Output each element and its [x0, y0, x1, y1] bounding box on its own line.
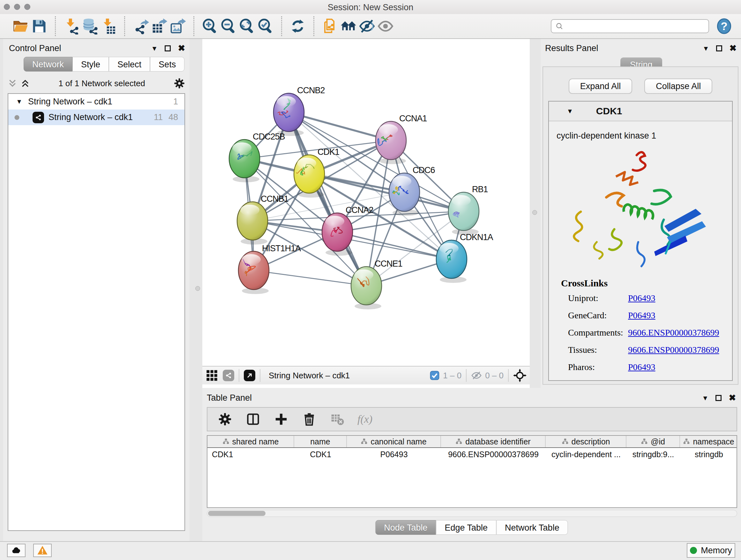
toolbar-separator [55, 16, 56, 36]
zoom-selected-button[interactable] [256, 16, 275, 37]
tab-network[interactable]: Network [23, 57, 72, 71]
crosslink-value-link[interactable]: P06493 [628, 362, 656, 375]
zoom-fit-button[interactable] [238, 16, 256, 37]
export-table-button[interactable] [150, 16, 169, 37]
search-input[interactable] [566, 21, 704, 31]
open-in-new-window-button[interactable] [244, 370, 255, 381]
tab-edge-table[interactable]: Edge Table [436, 520, 496, 535]
crosslink-value-link[interactable]: 9606.ENSP00000378699 [628, 327, 719, 340]
help-button[interactable]: ? [715, 16, 733, 37]
column-header-name[interactable]: name [294, 436, 347, 447]
add-column-button[interactable] [273, 410, 289, 428]
network-icon-gray[interactable] [223, 370, 234, 381]
select-columns-button[interactable] [245, 410, 261, 428]
crosslink-value-link[interactable]: 9606.ENSP00000378699 [628, 345, 719, 358]
import-table-button[interactable] [99, 16, 118, 37]
tab-select[interactable]: Select [109, 57, 150, 71]
panel-float-icon[interactable] [716, 395, 722, 401]
expand-all-button[interactable]: Expand All [569, 78, 632, 94]
panel-menu-icon[interactable]: ▼ [151, 45, 158, 52]
warnings-button[interactable] [33, 544, 52, 557]
network-canvas[interactable]: CCNB2CCNA1CDC25BCDK1CDC6RB1CCNB1CCNA2CDK… [202, 39, 530, 366]
panel-float-icon[interactable] [165, 45, 171, 51]
panel-close-icon[interactable]: ✖ [729, 44, 737, 53]
crosslink-value-link[interactable]: P06493 [628, 310, 656, 323]
column-header-description[interactable]: description [546, 436, 626, 447]
toolbar-separator [193, 16, 194, 36]
network-node-CCNB1[interactable] [237, 202, 268, 245]
collapse-all-icon[interactable] [8, 78, 17, 88]
network-row[interactable]: String Network – cdk1 11 48 [8, 110, 185, 125]
hide-selected-button[interactable] [358, 16, 376, 37]
tree-expander-icon[interactable]: ▼ [8, 98, 22, 105]
panel-close-icon[interactable]: ✖ [178, 44, 185, 53]
network-node-CDC25B[interactable] [229, 139, 260, 182]
column-header--id[interactable]: @id [626, 436, 680, 447]
hidden-eye-icon[interactable] [471, 370, 482, 381]
shared-column-icon [360, 438, 367, 445]
expand-all-icon[interactable] [20, 78, 30, 88]
network-node-CCNB2[interactable] [273, 93, 304, 136]
node-label-CCNE1: CCNE1 [375, 259, 402, 268]
table-settings-button[interactable] [217, 410, 233, 428]
right-splitter-handle[interactable] [532, 210, 537, 215]
panel-menu-icon[interactable]: ▼ [702, 395, 709, 401]
tab-style[interactable]: Style [72, 57, 109, 71]
network-collection-row[interactable]: ▼ String Network – cdk1 1 [8, 94, 185, 110]
panel-close-icon[interactable]: ✖ [729, 394, 736, 402]
clone-network-button[interactable] [321, 16, 339, 37]
zoom-out-button[interactable] [219, 16, 238, 37]
tab-sets[interactable]: Sets [150, 57, 185, 71]
node-count: 11 [154, 112, 163, 122]
import-network-database-button[interactable] [81, 16, 99, 37]
column-header-canonical-name[interactable]: canonical name [347, 436, 441, 447]
gear-icon[interactable] [174, 78, 185, 89]
column-header-shared-name[interactable]: shared name [207, 436, 294, 447]
panel-menu-icon[interactable]: ▼ [703, 45, 710, 52]
open-session-button[interactable] [11, 16, 30, 37]
first-neighbors-button[interactable] [339, 16, 358, 37]
section-expander-icon[interactable]: ▼ [567, 108, 573, 115]
export-image-button[interactable] [169, 16, 187, 37]
gene-section-header[interactable]: ▼ CDK1 [549, 102, 732, 121]
table-panel-title: Table Panel [207, 393, 252, 403]
crosslink-row: Compartments:9606.ENSP00000378699 [568, 327, 726, 340]
network-node-CDKN1A[interactable] [436, 240, 467, 283]
column-header-namespace[interactable]: namespace [680, 436, 737, 447]
export-network-button[interactable] [131, 16, 150, 37]
tab-network-table[interactable]: Network Table [496, 520, 568, 535]
delete-column-button[interactable] [301, 410, 317, 428]
network-node-CDC6[interactable] [389, 173, 420, 216]
left-splitter-handle[interactable] [195, 286, 200, 291]
column-header-database-identifier[interactable]: database identifier [441, 436, 546, 447]
selected-checkbox-icon[interactable] [429, 370, 440, 381]
tab-node-table[interactable]: Node Table [375, 520, 436, 535]
crosslink-value-link[interactable]: P06493 [628, 293, 656, 306]
pan-crosshair-icon[interactable] [513, 369, 527, 382]
network-node-RB1[interactable] [448, 192, 479, 235]
horizontal-scrollbar[interactable] [207, 510, 737, 517]
scrollbar-thumb[interactable] [208, 511, 266, 516]
save-session-button[interactable] [30, 16, 49, 37]
search-field[interactable] [551, 19, 709, 33]
table-row[interactable]: CDK1CDK1P064939606.ENSP00000378699cyclin… [207, 448, 737, 461]
collapse-all-button[interactable]: Collapse All [644, 78, 712, 94]
network-node-HIST1H1A[interactable] [239, 251, 269, 294]
network-edge-CCNA2-CDKN1A[interactable] [337, 232, 452, 259]
show-all-button[interactable] [376, 16, 395, 37]
delete-table-button[interactable] [329, 410, 345, 428]
table-cell: CDK1 [207, 450, 294, 459]
grid-view-icon[interactable] [205, 369, 218, 382]
node-table[interactable]: shared namenamecanonical namedatabase id… [207, 435, 737, 508]
memory-button[interactable]: Memory [687, 543, 735, 558]
cloud-button[interactable] [7, 544, 25, 557]
application-window: Session: New Session [0, 0, 741, 560]
zoom-in-button[interactable] [201, 16, 219, 37]
refresh-view-button[interactable] [288, 16, 307, 37]
import-network-file-button[interactable] [62, 16, 81, 37]
network-edge-HIST1H1A-CCNE1[interactable] [254, 270, 366, 286]
function-builder-button[interactable]: f(x) [357, 410, 373, 428]
network-edge-CCNB2-CCNE1[interactable] [289, 112, 366, 286]
panel-float-icon[interactable] [716, 45, 722, 51]
network-node-CCNE1[interactable] [351, 266, 382, 309]
